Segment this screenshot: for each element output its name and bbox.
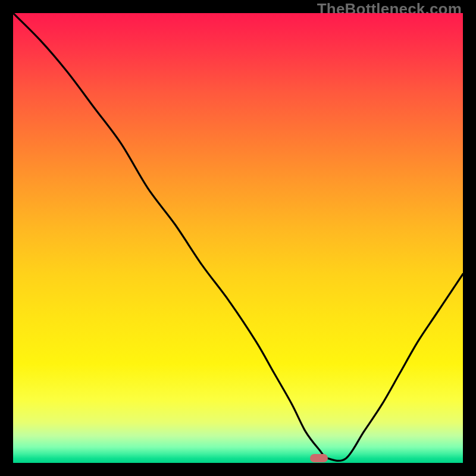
curve-path: [13, 13, 463, 461]
optimal-marker: [310, 454, 328, 462]
bottleneck-curve: [13, 13, 463, 463]
plot-area: [13, 13, 463, 463]
